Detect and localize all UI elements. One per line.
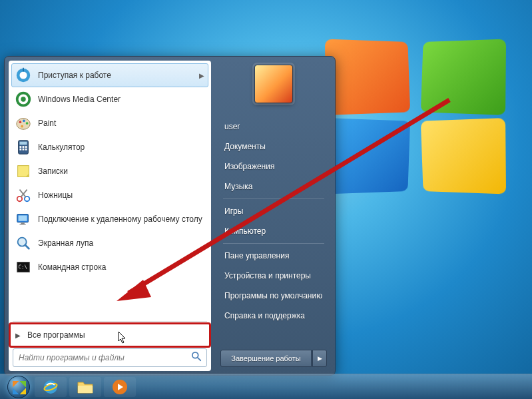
svg-text:C:\: C:\ (19, 264, 27, 270)
remote-desktop-icon (14, 210, 33, 228)
taskbar-media-player[interactable] (104, 377, 136, 397)
svg-point-9 (21, 125, 23, 128)
svg-rect-14 (25, 146, 27, 148)
program-label: Paint (38, 119, 206, 128)
right-label: Пане управления (224, 251, 289, 260)
svg-point-8 (26, 122, 29, 125)
search-input[interactable] (13, 348, 207, 367)
program-label: Подключение к удаленному рабочему столу (38, 214, 206, 224)
svg-rect-16 (23, 149, 25, 151)
shutdown-row: Завершение работы ▶ (220, 350, 327, 367)
right-item-user[interactable]: user (220, 117, 327, 137)
divider (13, 321, 207, 322)
pinned-programs-list: Приступая к работе ▶ Windows Media Cente… (11, 63, 208, 318)
svg-rect-17 (25, 149, 27, 151)
right-item-pictures[interactable]: Изображения (220, 157, 327, 177)
shutdown-options-button[interactable]: ▶ (312, 350, 327, 367)
right-item-default-programs[interactable]: Программы по умолчанию (220, 286, 327, 306)
right-label: Устройства и принтеры (224, 271, 311, 280)
program-calculator[interactable]: Калькулятор (11, 135, 208, 159)
program-paint[interactable]: Paint (11, 111, 208, 135)
command-prompt-icon: C:\ (14, 258, 33, 276)
program-remote-desktop[interactable]: Подключение к удаленному рабочему столу (11, 207, 208, 231)
right-label: Компьютер (224, 226, 266, 236)
triangle-right-icon: ▶ (15, 332, 21, 339)
right-item-control-panel[interactable]: Пане управления (220, 246, 327, 266)
program-label: Ножницы (38, 191, 206, 200)
program-label: Командная строка (38, 262, 206, 272)
svg-rect-32 (78, 386, 93, 393)
folder-icon (77, 380, 94, 394)
media-center-icon (14, 90, 33, 109)
svg-rect-11 (19, 142, 27, 145)
right-item-devices[interactable]: Устройства и принтеры (220, 266, 327, 286)
svg-point-7 (23, 119, 25, 122)
program-label: Записки (38, 167, 206, 176)
wallpaper-logo (326, 40, 512, 206)
taskbar-explorer[interactable] (69, 377, 101, 397)
svg-point-1 (19, 71, 27, 79)
right-item-music[interactable]: Музыка (220, 177, 327, 197)
paint-icon (14, 114, 33, 133)
program-command-prompt[interactable]: C:\ Командная строка (11, 255, 208, 279)
svg-rect-22 (19, 215, 27, 220)
windows-orb-icon (7, 376, 30, 398)
svg-point-6 (19, 121, 22, 123)
right-label: Изображения (224, 162, 274, 171)
media-player-icon (111, 378, 129, 396)
shutdown-label: Завершение работы (231, 354, 300, 362)
calculator-icon (14, 138, 33, 157)
all-programs-button[interactable]: ▶ Все программы (11, 326, 208, 344)
snipping-tool-icon (14, 186, 33, 204)
sticky-notes-icon (14, 162, 33, 181)
start-button[interactable] (4, 376, 33, 398)
right-label: Игры (224, 206, 243, 216)
program-getting-started[interactable]: Приступая к работе ▶ (11, 63, 208, 87)
program-media-center[interactable]: Windows Media Center (11, 87, 208, 111)
triangle-right-icon: ▶ (318, 355, 322, 362)
program-label: Приступая к работе (38, 71, 199, 80)
svg-rect-13 (23, 146, 25, 148)
svg-rect-23 (21, 223, 25, 224)
svg-rect-24 (19, 224, 25, 224)
magnifier-icon (14, 234, 33, 252)
ie-icon (42, 378, 59, 396)
taskbar (0, 374, 532, 399)
getting-started-icon (14, 66, 33, 85)
right-label: user (224, 122, 240, 131)
right-label: Справка и поддержка (224, 311, 305, 320)
divider (223, 243, 324, 244)
shutdown-button[interactable]: Завершение работы (220, 350, 312, 367)
start-menu: Приступая к работе ▶ Windows Media Cente… (4, 56, 336, 376)
right-label: Программы по умолчанию (224, 291, 322, 300)
svg-rect-12 (19, 146, 21, 148)
program-sticky-notes[interactable]: Записки (11, 159, 208, 183)
user-picture[interactable] (254, 65, 293, 103)
right-item-help[interactable]: Справка и поддержка (220, 306, 327, 326)
program-label: Windows Media Center (38, 95, 206, 104)
svg-rect-15 (19, 149, 21, 151)
program-label: Калькулятор (38, 143, 206, 152)
svg-point-4 (21, 97, 25, 101)
start-menu-left-panel: Приступая к работе ▶ Windows Media Cente… (9, 61, 211, 371)
right-label: Музыка (224, 182, 252, 191)
start-menu-right-panel: user Документы Изображения Музыка Игры К… (211, 61, 331, 371)
right-item-computer[interactable]: Компьютер (220, 221, 327, 241)
program-snipping-tool[interactable]: Ножницы (11, 183, 208, 207)
divider (223, 199, 324, 199)
right-label: Документы (224, 142, 266, 151)
submenu-arrow-icon: ▶ (199, 72, 206, 79)
program-label: Экранная лупа (38, 238, 206, 248)
right-item-games[interactable]: Игры (220, 201, 327, 221)
all-programs-label: Все программы (27, 330, 204, 340)
search-row (13, 348, 207, 367)
program-magnifier[interactable]: Экранная лупа (11, 231, 208, 255)
right-item-documents[interactable]: Документы (220, 137, 327, 157)
taskbar-ie[interactable] (35, 377, 67, 397)
svg-rect-18 (18, 166, 29, 177)
